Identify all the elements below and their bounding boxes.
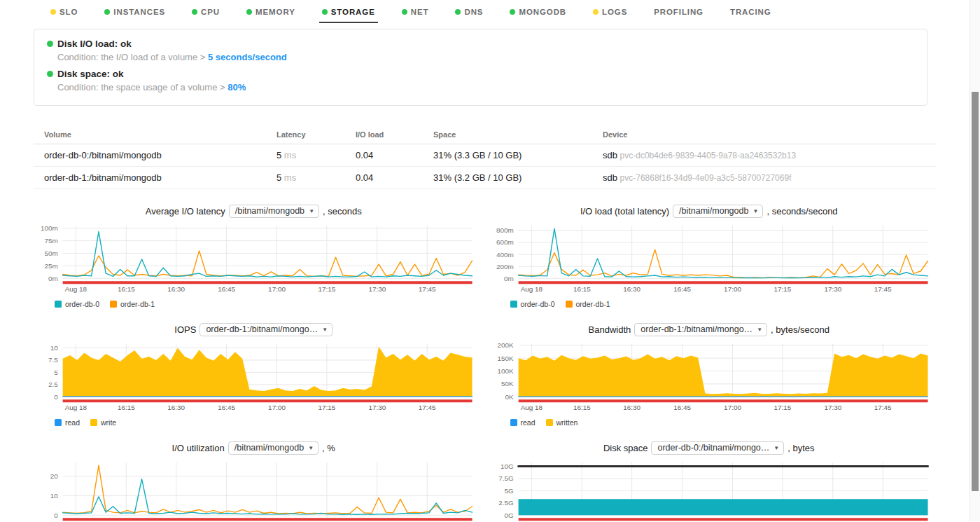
chart-title: IOPSorder-db-1:/bitnami/mongo…▼ [31, 323, 477, 336]
tab-label: MONGODB [519, 8, 566, 16]
svg-text:100K: 100K [497, 367, 514, 375]
tab-label: DNS [464, 8, 483, 16]
scrollbar-track[interactable] [969, 0, 980, 522]
chevron-down-icon: ▼ [308, 445, 314, 451]
chart-plot-disk-space: 0G2.5G5G7.5G10GAug 1816:1516:3016:4517:0… [486, 458, 932, 522]
chart-plot-io-utilization: 01020Aug 1816:1516:3016:4517:0017:1517:3… [31, 458, 477, 522]
svg-text:16:15: 16:15 [118, 404, 135, 411]
chevron-down-icon: ▼ [322, 327, 328, 333]
chart-selector[interactable]: order-db-0:/bitnami/mongo…▼ [651, 441, 784, 455]
condition-threshold-link[interactable]: 80% [227, 82, 246, 92]
svg-text:150K: 150K [497, 355, 514, 362]
legend-item-order-db-0[interactable]: order-db-0 [55, 300, 99, 308]
tab-label: SLO [59, 8, 78, 16]
tab-instances[interactable]: INSTANCES [102, 4, 168, 23]
svg-text:16:45: 16:45 [673, 404, 691, 411]
status-panel: Disk I/O load: okCondition: the I/O load… [34, 29, 927, 106]
tab-label: TRACING [730, 8, 771, 16]
chart-selector[interactable]: /bitnami/mongodb▼ [673, 205, 763, 218]
chart-io-utilization: I/O utilization/bitnami/mongodb▼, %01020… [31, 441, 477, 522]
svg-text:5: 5 [54, 369, 58, 376]
io-load-cell: 0.04 [345, 144, 423, 167]
svg-text:16:15: 16:15 [573, 285, 590, 293]
svg-text:Aug 18: Aug 18 [520, 285, 542, 293]
chevron-down-icon: ▼ [309, 208, 314, 214]
tab-storage[interactable]: STORAGE [319, 4, 378, 23]
green-status-dot-icon [322, 9, 328, 15]
column-header: Device [592, 127, 936, 144]
tab-mongodb[interactable]: MONGODB [507, 4, 569, 23]
svg-text:17:15: 17:15 [318, 285, 335, 293]
svg-text:17:45: 17:45 [419, 285, 436, 293]
chart-title-text: I/O utilization [172, 443, 225, 453]
svg-text:16:30: 16:30 [623, 285, 640, 293]
volumes-table: VolumeLatencyI/O loadSpaceDevice order-d… [34, 127, 936, 189]
tab-cpu[interactable]: CPU [189, 4, 223, 23]
svg-text:50K: 50K [501, 380, 514, 387]
svg-text:5G: 5G [504, 487, 513, 495]
chart-legend: order-db-0order-db-1 [510, 300, 932, 308]
chart-selector-value: order-db-1:/bitnami/mongo… [640, 324, 752, 334]
svg-text:17:30: 17:30 [368, 285, 386, 293]
tab-dns[interactable]: DNS [452, 4, 486, 23]
legend-item-order-db-1[interactable]: order-db-1 [566, 300, 610, 308]
table-row: order-db-0:/bitnami/mongodb5 ms0.0431% (… [34, 144, 936, 167]
svg-text:2.5G: 2.5G [498, 499, 513, 507]
io-load-cell: 0.04 [345, 167, 423, 189]
chart-iops: IOPSorder-db-1:/bitnami/mongo…▼02.557.51… [31, 323, 477, 427]
svg-text:10: 10 [50, 492, 59, 500]
legend-swatch-icon [55, 301, 62, 308]
svg-text:7.5: 7.5 [48, 356, 58, 364]
svg-text:0: 0 [54, 393, 58, 401]
green-status-dot-icon [47, 71, 53, 77]
svg-text:10G: 10G [500, 462, 513, 470]
chart-selector[interactable]: order-db-1:/bitnami/mongo…▼ [200, 323, 332, 336]
tab-logs[interactable]: LOGS [590, 4, 630, 23]
alert-title: Disk I/O load: ok [47, 39, 914, 49]
svg-text:7.5G: 7.5G [498, 475, 513, 483]
tab-net[interactable]: NET [399, 4, 432, 23]
svg-text:16:15: 16:15 [118, 285, 135, 293]
svg-text:0G: 0G [504, 511, 513, 519]
column-header: I/O load [345, 127, 423, 144]
condition-threshold-link[interactable]: 5 seconds/second [208, 52, 287, 62]
svg-text:400m: 400m [496, 251, 513, 259]
svg-text:17:00: 17:00 [268, 404, 286, 411]
chart-selector[interactable]: /bitnami/mongodb▼ [229, 205, 319, 218]
alert-title: Disk space: ok [47, 69, 914, 79]
legend-item-order-db-0[interactable]: order-db-0 [510, 300, 555, 308]
svg-text:75m: 75m [44, 237, 57, 245]
scrollbar-thumb[interactable] [972, 92, 979, 491]
legend-swatch-icon [90, 419, 97, 426]
legend-label: write [101, 418, 116, 427]
green-status-dot-icon [192, 9, 197, 15]
tab-slo[interactable]: SLO [48, 4, 80, 23]
svg-text:17:15: 17:15 [318, 404, 335, 411]
legend-item-written[interactable]: written [546, 418, 578, 427]
alert-title-text: Disk space: ok [57, 69, 124, 79]
alert-condition: Condition: the space usage of a volume >… [57, 82, 914, 92]
chart-selector[interactable]: order-db-1:/bitnami/mongo…▼ [634, 323, 767, 336]
tab-memory[interactable]: MEMORY [244, 4, 298, 23]
svg-text:17:45: 17:45 [419, 404, 436, 411]
green-status-dot-icon [510, 9, 515, 15]
chart-title-text: IOPS [174, 324, 196, 335]
legend-item-read[interactable]: read [55, 418, 80, 427]
volume-cell: order-db-0:/bitnami/mongodb [34, 144, 266, 167]
tab-profiling[interactable]: PROFILING [651, 4, 706, 23]
legend-label: order-db-1 [576, 300, 610, 308]
legend-item-order-db-1[interactable]: order-db-1 [110, 300, 155, 308]
legend-item-read[interactable]: read [510, 418, 536, 427]
svg-text:17:00: 17:00 [724, 285, 741, 293]
legend-item-write[interactable]: write [90, 418, 116, 427]
chart-bandwidth: Bandwidthorder-db-1:/bitnami/mongo…▼, by… [486, 323, 932, 427]
legend-label: order-db-0 [65, 300, 99, 308]
tab-tracing[interactable]: TRACING [727, 4, 774, 23]
chart-title: I/O load (total latency)/bitnami/mongodb… [486, 205, 932, 218]
device-cell: sdb pvc-76868f16-34d9-4e09-a3c5-58700727… [592, 167, 936, 189]
chart-selector[interactable]: /bitnami/mongodb▼ [228, 441, 318, 455]
green-status-dot-icon [455, 9, 461, 15]
table-body: order-db-0:/bitnami/mongodb5 ms0.0431% (… [34, 144, 936, 189]
svg-text:20: 20 [50, 472, 59, 480]
svg-text:17:00: 17:00 [724, 404, 741, 411]
